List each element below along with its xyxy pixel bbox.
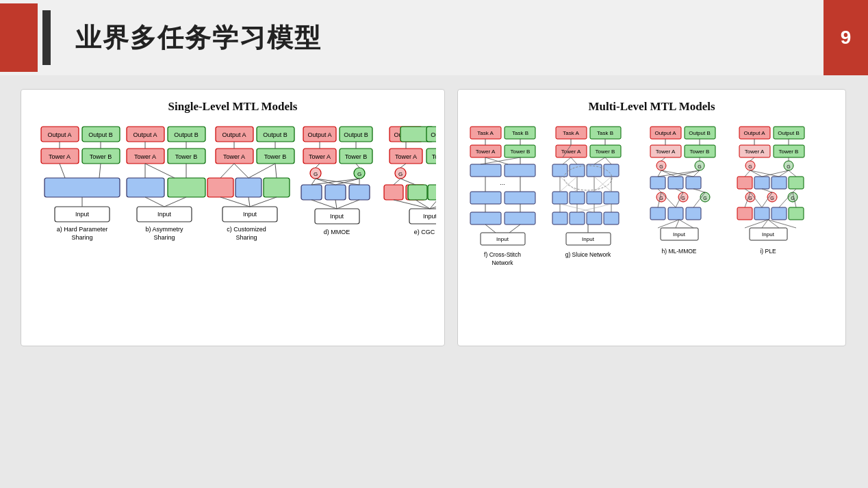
svg-rect-140 [470, 212, 501, 224]
svg-text:...: ... [500, 179, 505, 186]
svg-line-288 [789, 170, 796, 177]
svg-text:G: G [357, 171, 361, 177]
svg-rect-218 [686, 177, 701, 189]
svg-text:G: G [314, 171, 318, 177]
multi-level-diagram: Task A Task B Tower A Tower B ... Input [466, 123, 837, 335]
svg-rect-177 [587, 212, 602, 224]
svg-text:Tower A: Tower A [223, 153, 245, 160]
svg-line-83 [356, 164, 359, 168]
svg-rect-26 [127, 178, 164, 197]
svg-rect-109 [428, 185, 436, 200]
multi-level-title: Multi-Level MTL Models [588, 100, 715, 114]
svg-rect-173 [587, 192, 602, 204]
svg-rect-175 [552, 212, 567, 224]
svg-text:Output B: Output B [689, 130, 711, 136]
svg-rect-273 [737, 207, 752, 220]
svg-text:Network: Network [492, 259, 513, 266]
single-level-panel: Single-Level MTL Models Output A Output … [21, 89, 445, 346]
svg-text:Output A: Output A [47, 131, 71, 138]
svg-rect-27 [168, 178, 205, 197]
svg-text:Tower B: Tower B [596, 149, 615, 155]
svg-text:Tower B: Tower B [175, 153, 198, 160]
svg-rect-136 [505, 164, 535, 177]
svg-rect-75 [301, 185, 322, 200]
svg-rect-172 [570, 192, 585, 204]
header: 业界多任务学习模型 9 [0, 0, 868, 75]
svg-text:h) ML-MMOE: h) ML-MMOE [662, 248, 697, 255]
svg-line-299 [768, 220, 779, 228]
svg-rect-265 [771, 177, 787, 189]
svg-text:G: G [659, 164, 663, 169]
svg-line-232 [661, 157, 665, 161]
svg-rect-176 [570, 212, 585, 224]
svg-text:Tower A: Tower A [476, 149, 496, 155]
svg-rect-77 [349, 185, 370, 200]
svg-line-90 [311, 200, 337, 209]
svg-text:Output A: Output A [222, 131, 246, 138]
svg-line-245 [676, 189, 683, 192]
main-content: Single-Level MTL Models Output A Output … [0, 75, 868, 488]
svg-text:a) Hard Parameter: a) Hard Parameter [57, 226, 108, 233]
svg-text:Tower A: Tower A [745, 149, 765, 155]
svg-rect-274 [754, 207, 769, 220]
svg-text:Task B: Task B [597, 130, 613, 136]
svg-line-82 [316, 164, 320, 168]
svg-text:Tower B: Tower B [264, 153, 287, 160]
svg-rect-138 [470, 192, 501, 204]
svg-line-200 [594, 157, 605, 164]
svg-line-198 [563, 157, 571, 164]
svg-line-284 [750, 170, 762, 177]
svg-text:Tower B: Tower B [690, 149, 710, 155]
svg-rect-135 [470, 164, 501, 177]
svg-line-56 [248, 164, 275, 178]
svg-text:Task A: Task A [477, 130, 494, 136]
svg-line-54 [220, 164, 234, 178]
svg-line-149 [481, 157, 520, 164]
svg-text:Input: Input [496, 236, 509, 242]
svg-line-58 [220, 197, 250, 207]
svg-text:Tower A: Tower A [561, 149, 581, 155]
svg-text:Sharing: Sharing [71, 234, 92, 241]
svg-rect-276 [789, 207, 804, 220]
svg-line-84 [311, 179, 316, 185]
svg-line-35 [145, 197, 164, 207]
svg-text:g) Sluice Network: g) Sluice Network [565, 251, 611, 258]
svg-rect-48 [235, 178, 261, 197]
svg-rect-266 [789, 177, 804, 189]
svg-text:Output B: Output B [431, 131, 436, 138]
svg-text:Tower B: Tower B [90, 153, 112, 160]
svg-line-55 [234, 164, 248, 178]
svg-line-122 [394, 200, 430, 209]
svg-text:Input: Input [582, 236, 595, 242]
header-red-block [0, 3, 38, 72]
svg-rect-49 [264, 178, 290, 197]
svg-line-57 [275, 164, 277, 178]
svg-rect-227 [686, 207, 701, 220]
svg-text:d) MMOE: d) MMOE [324, 229, 350, 235]
svg-line-201 [605, 157, 611, 164]
svg-line-246 [693, 189, 705, 192]
svg-text:c) Customized: c) Customized [227, 226, 266, 233]
svg-line-249 [679, 220, 693, 228]
svg-line-234 [658, 170, 661, 177]
svg-text:G: G [770, 196, 774, 201]
svg-text:Output B: Output B [778, 130, 800, 136]
svg-line-14 [99, 164, 101, 178]
svg-line-60 [250, 197, 277, 207]
svg-text:Tower B: Tower B [432, 153, 436, 160]
svg-text:Input: Input [423, 213, 436, 220]
svg-rect-225 [650, 207, 665, 220]
svg-line-244 [658, 189, 661, 192]
svg-line-199 [571, 157, 577, 164]
svg-text:Tower B: Tower B [511, 149, 531, 155]
svg-line-116 [400, 164, 406, 168]
svg-line-91 [335, 200, 337, 209]
svg-text:Sharing: Sharing [153, 234, 175, 241]
svg-line-123 [416, 200, 430, 209]
single-level-diagram: Output A Output B Tower A Tower B Input … [29, 123, 436, 335]
svg-rect-110 [408, 185, 427, 200]
svg-line-300 [768, 220, 796, 228]
svg-text:G: G [398, 171, 403, 177]
svg-text:e) CGC: e) CGC [414, 229, 435, 235]
svg-rect-8 [44, 178, 120, 197]
